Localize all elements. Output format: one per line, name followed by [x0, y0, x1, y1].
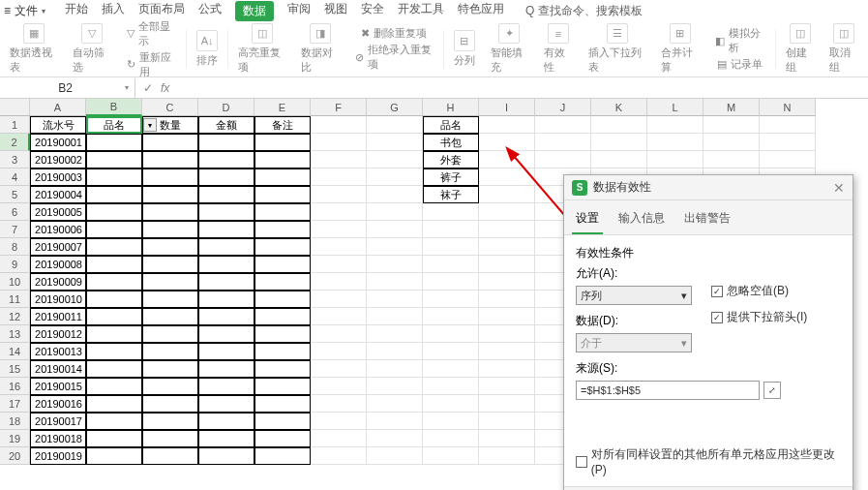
row-header[interactable]: 20 — [0, 447, 30, 465]
cell[interactable] — [479, 308, 535, 325]
cell[interactable] — [423, 221, 479, 238]
row-header[interactable]: 8 — [0, 238, 30, 256]
col-header-K[interactable]: K — [591, 99, 647, 116]
cell[interactable] — [367, 134, 423, 151]
cell[interactable] — [423, 430, 479, 447]
cell[interactable] — [86, 186, 142, 203]
col-header-L[interactable]: L — [647, 99, 703, 116]
cell[interactable] — [86, 273, 142, 291]
cell[interactable] — [535, 151, 591, 168]
cell[interactable]: 20190017 — [30, 413, 86, 430]
cell[interactable] — [367, 413, 423, 430]
row-header[interactable]: 17 — [0, 395, 30, 413]
cell[interactable] — [311, 395, 367, 413]
cell[interactable]: 品名 — [86, 116, 142, 134]
cell[interactable]: 书包 — [423, 134, 479, 151]
cell[interactable]: 20190011 — [30, 308, 86, 325]
cell[interactable] — [198, 360, 254, 378]
cell[interactable] — [198, 186, 254, 203]
cell[interactable] — [479, 291, 535, 308]
cell[interactable] — [311, 203, 367, 221]
dlg-tab-settings[interactable]: 设置 — [572, 206, 603, 234]
reapply[interactable]: ↻重新应用 — [127, 50, 176, 79]
cell[interactable]: 袜子 — [423, 186, 479, 203]
row-header[interactable]: 10 — [0, 273, 30, 291]
cell[interactable]: 20190016 — [30, 395, 86, 413]
cell[interactable] — [142, 256, 198, 273]
cell[interactable] — [86, 151, 142, 168]
cell[interactable] — [198, 238, 254, 256]
allow-select[interactable]: 序列 ▾ — [576, 286, 692, 305]
cell[interactable] — [142, 203, 198, 221]
cell[interactable] — [254, 413, 311, 430]
cell[interactable] — [198, 221, 254, 238]
cell[interactable] — [86, 325, 142, 343]
cell[interactable] — [647, 151, 703, 168]
cell[interactable] — [311, 134, 367, 151]
tab-devtools[interactable]: 开发工具 — [398, 1, 444, 21]
cell[interactable] — [367, 378, 423, 395]
tool-whatif[interactable]: ◧模拟分析 ▤记录单 — [709, 23, 771, 75]
cell[interactable] — [86, 203, 142, 221]
cell[interactable] — [423, 325, 479, 343]
cell[interactable] — [311, 325, 367, 343]
cell[interactable] — [86, 395, 142, 413]
col-header-E[interactable]: E — [254, 99, 311, 116]
cell[interactable] — [86, 413, 142, 430]
cell[interactable]: 备注 — [254, 116, 311, 134]
cell[interactable] — [479, 238, 535, 256]
cell[interactable] — [198, 325, 254, 343]
cell[interactable] — [86, 360, 142, 378]
row-header[interactable]: 9 — [0, 256, 30, 273]
cell[interactable] — [311, 238, 367, 256]
fx-insert-icon[interactable]: ✓ — [143, 81, 153, 95]
col-header-G[interactable]: G — [367, 99, 423, 116]
cell[interactable] — [479, 134, 535, 151]
cell[interactable] — [479, 413, 535, 430]
cell[interactable] — [254, 256, 311, 273]
cell[interactable]: 20190008 — [30, 256, 86, 273]
cell[interactable] — [86, 378, 142, 395]
cell[interactable] — [367, 360, 423, 378]
cell[interactable] — [367, 256, 423, 273]
tool-validation[interactable]: ≡有效性 — [538, 23, 579, 75]
ignore-blank-check[interactable]: ✓ 忽略空值(B) — [711, 283, 841, 299]
cell[interactable] — [142, 325, 198, 343]
tab-formula[interactable]: 公式 — [198, 1, 222, 21]
cell[interactable] — [423, 413, 479, 430]
cell[interactable] — [254, 378, 311, 395]
tool-smartfill[interactable]: ✦智能填充 — [485, 23, 535, 75]
cell[interactable] — [198, 168, 254, 186]
col-header-N[interactable]: N — [760, 99, 816, 116]
cell[interactable] — [760, 116, 816, 134]
dlg-tab-error-alert[interactable]: 出错警告 — [680, 206, 734, 234]
row-header[interactable]: 14 — [0, 343, 30, 360]
cell[interactable] — [423, 447, 479, 465]
cell[interactable] — [311, 151, 367, 168]
cell[interactable]: 20190004 — [30, 186, 86, 203]
cell[interactable] — [254, 134, 311, 151]
dropdown-arrow-check[interactable]: ✓ 提供下拉箭头(I) — [711, 309, 841, 325]
cell[interactable] — [535, 116, 591, 134]
cell[interactable] — [254, 238, 311, 256]
cell[interactable]: 裤子 — [423, 168, 479, 186]
cell[interactable] — [367, 291, 423, 308]
tool-consolidate[interactable]: ⊞合并计算 — [655, 23, 705, 75]
cell[interactable]: 外套 — [423, 151, 479, 168]
cell[interactable] — [254, 343, 311, 360]
cell[interactable] — [591, 134, 647, 151]
cell[interactable] — [479, 325, 535, 343]
cell[interactable]: 20190007 — [30, 238, 86, 256]
cell[interactable] — [479, 151, 535, 168]
tool-autofilter[interactable]: ▽自动筛选 — [67, 23, 117, 75]
source-input[interactable]: =$H$1:$H$5 — [576, 381, 760, 400]
cell[interactable] — [142, 430, 198, 447]
cell[interactable] — [142, 308, 198, 325]
cell[interactable]: 20190013 — [30, 343, 86, 360]
dialog-titlebar[interactable]: S 数据有效性 ✕ — [564, 175, 853, 200]
cell[interactable]: 20190014 — [30, 360, 86, 378]
cell[interactable] — [311, 430, 367, 447]
cell[interactable] — [647, 134, 703, 151]
cell[interactable] — [367, 447, 423, 465]
cell[interactable] — [367, 238, 423, 256]
